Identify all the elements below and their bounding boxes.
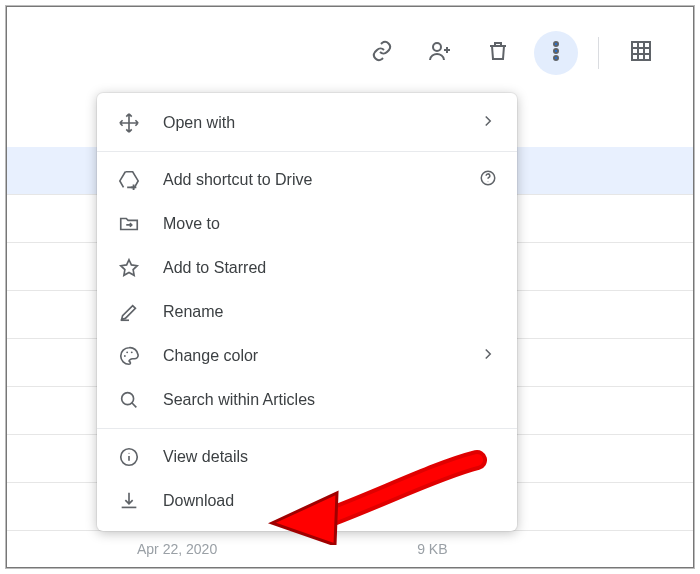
menu-item-move-to[interactable]: Move to <box>97 202 517 246</box>
file-date: Apr 22, 2020 <box>137 541 217 557</box>
menu-item-open-with[interactable]: Open with <box>97 101 517 145</box>
drive-add-icon <box>117 168 141 192</box>
action-toolbar <box>360 31 663 75</box>
get-link-button[interactable] <box>360 31 404 75</box>
menu-item-view-details[interactable]: View details <box>97 435 517 479</box>
grid-view-button[interactable] <box>619 31 663 75</box>
svg-point-7 <box>124 355 126 357</box>
menu-item-label: Change color <box>163 347 497 365</box>
file-row-info: Apr 22, 2020 9 KB <box>7 541 693 557</box>
share-button[interactable] <box>418 31 462 75</box>
svg-rect-4 <box>632 42 650 60</box>
svg-point-0 <box>433 43 441 51</box>
menu-item-rename[interactable]: Rename <box>97 290 517 334</box>
svg-point-8 <box>126 351 128 353</box>
chevron-right-icon <box>479 112 497 134</box>
svg-point-9 <box>131 351 133 353</box>
download-icon <box>117 489 141 513</box>
menu-item-label: View details <box>163 448 497 466</box>
menu-item-search-within[interactable]: Search within Articles <box>97 378 517 422</box>
link-icon <box>370 39 394 67</box>
toolbar-divider <box>598 37 599 69</box>
move-arrows-icon <box>117 111 141 135</box>
chevron-right-icon <box>479 345 497 367</box>
grid-icon <box>629 39 653 67</box>
svg-point-2 <box>554 49 558 53</box>
svg-point-1 <box>554 42 558 46</box>
folder-move-icon <box>117 212 141 236</box>
svg-point-6 <box>488 181 489 182</box>
person-add-icon <box>428 39 452 67</box>
menu-item-add-shortcut[interactable]: Add shortcut to Drive <box>97 158 517 202</box>
menu-item-label: Download <box>163 492 497 510</box>
menu-item-label: Add shortcut to Drive <box>163 171 497 189</box>
more-vert-icon <box>544 39 568 67</box>
menu-item-download[interactable]: Download <box>97 479 517 523</box>
menu-separator <box>97 151 517 152</box>
more-actions-button[interactable] <box>534 31 578 75</box>
menu-item-label: Search within Articles <box>163 391 497 409</box>
info-icon <box>117 445 141 469</box>
pencil-icon <box>117 300 141 324</box>
help-icon[interactable] <box>479 169 497 191</box>
trash-icon <box>486 39 510 67</box>
svg-point-3 <box>554 56 558 60</box>
context-menu: Open with Add shortcut to Drive Move to <box>97 93 517 531</box>
menu-item-add-starred[interactable]: Add to Starred <box>97 246 517 290</box>
palette-icon <box>117 344 141 368</box>
menu-item-label: Move to <box>163 215 497 233</box>
menu-item-label: Rename <box>163 303 497 321</box>
menu-item-label: Add to Starred <box>163 259 497 277</box>
menu-item-change-color[interactable]: Change color <box>97 334 517 378</box>
file-size: 9 KB <box>417 541 447 557</box>
search-icon <box>117 388 141 412</box>
svg-point-12 <box>128 453 129 454</box>
remove-button[interactable] <box>476 31 520 75</box>
menu-separator <box>97 428 517 429</box>
menu-item-label: Open with <box>163 114 497 132</box>
star-icon <box>117 256 141 280</box>
